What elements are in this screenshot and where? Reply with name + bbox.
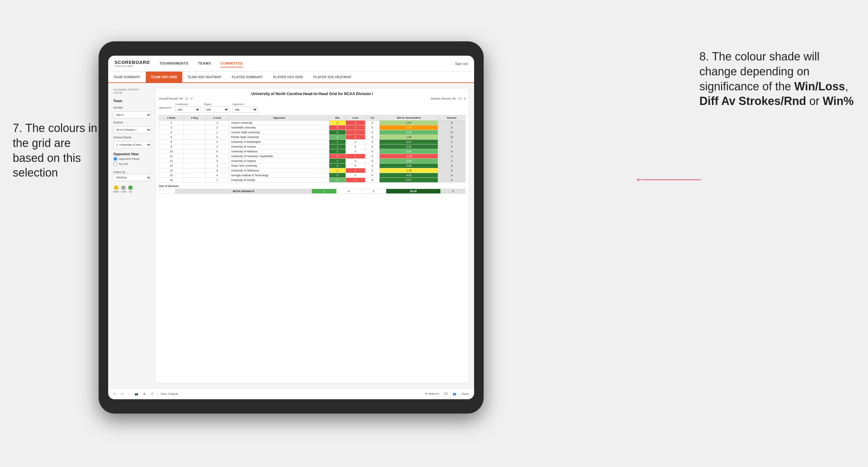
col-loss: Loss bbox=[346, 116, 365, 121]
watch-btn[interactable]: 👁 Watch ▾ bbox=[424, 392, 440, 396]
legend-up: Up bbox=[128, 185, 133, 193]
conference-filter: Conference (All) bbox=[175, 103, 200, 113]
col-win: Win bbox=[329, 116, 346, 121]
opponents-label: Opponents: bbox=[159, 106, 172, 109]
table-row: 12 3 University of Virginia 1 0 0 2.33 3 bbox=[159, 159, 465, 163]
opponent-view-radio-group: Opponents Played Top 100 bbox=[113, 157, 151, 166]
out-of-division-row: NCAA Division II 1 0 0 26.00 3 bbox=[159, 189, 465, 194]
col-conf: # Conf bbox=[205, 116, 229, 121]
overall-record: Overall Record: 89 - 17 - 0 bbox=[159, 97, 192, 100]
ood-win: 1 bbox=[312, 189, 337, 194]
right-arrow bbox=[637, 174, 701, 192]
conference-select[interactable]: (All) bbox=[175, 106, 200, 113]
opponent-view-label: Opponent View bbox=[113, 152, 151, 156]
col-tie: Tie bbox=[365, 116, 380, 121]
colour-by-label: Colour by bbox=[113, 170, 151, 174]
col-diff: Diff Av Strokes/Rnd bbox=[380, 116, 438, 121]
col-rank: # Rank bbox=[159, 116, 184, 121]
tab-player-h2h-heatmap[interactable]: PLAYER H2H HEATMAP bbox=[308, 71, 356, 83]
opponent-filter: Opponent (All) bbox=[232, 103, 258, 113]
legend-down: Down bbox=[113, 185, 119, 193]
tab-player-summary[interactable]: PLAYER SUMMARY bbox=[226, 71, 268, 83]
ood-loss: 0 bbox=[336, 189, 361, 194]
out-of-division-table: NCAA Division II 1 0 0 26.00 3 bbox=[159, 189, 465, 194]
col-rounds: Rounds bbox=[438, 116, 465, 121]
ood-diff: 26.00 bbox=[386, 189, 441, 194]
annotation-right: 8. The colour shade will change dependin… bbox=[700, 49, 855, 109]
gender-label: Gender bbox=[113, 106, 151, 109]
undo-btn[interactable]: ↩ bbox=[112, 392, 117, 396]
school-label: School (Rank) bbox=[113, 136, 151, 139]
table-row: 2 - 1 Auburn University 2 1 0 1.67 9 bbox=[159, 121, 465, 125]
school-group: School (Rank) 1. University of Nort... bbox=[113, 136, 151, 148]
collab-btn[interactable]: 👥 bbox=[452, 392, 458, 396]
radio-top100[interactable]: Top 100 bbox=[113, 162, 151, 166]
school-dropdown[interactable]: 1. University of Nort... bbox=[113, 141, 151, 148]
view-label: View: Original bbox=[160, 392, 178, 396]
grid-subtitle: Overall Record: 89 - 17 - 0 Division Rec… bbox=[159, 97, 465, 100]
opponent-filter-label: Opponent bbox=[232, 103, 258, 105]
table-row: 11 6 University of Arkansas, Fayettevill… bbox=[159, 154, 465, 159]
table-row: 8 2 University of Washington 1 0 0 3.67 … bbox=[159, 139, 465, 145]
division-dropdown[interactable]: NCAA Division I bbox=[113, 126, 151, 133]
gender-dropdown[interactable]: Men's bbox=[113, 111, 151, 118]
crop-btn[interactable]: ⊞ bbox=[142, 392, 147, 396]
team-label: Team bbox=[113, 99, 151, 103]
division-group: Division NCAA Division I bbox=[113, 121, 151, 133]
col-opponent: Opponent bbox=[229, 116, 329, 121]
table-row: 10 5 University of Alabama 3 0 0 2.61 8 bbox=[159, 149, 465, 154]
tab-team-h2h-grid[interactable]: TEAM H2H GRID bbox=[146, 71, 182, 83]
logo-sub: Powered by clippd bbox=[115, 65, 150, 67]
last-updated: Last Updated: 27/03/202416:55:38 bbox=[113, 88, 151, 94]
region-select[interactable]: (All) bbox=[204, 106, 229, 113]
out-of-division-header: Out of division bbox=[159, 183, 465, 189]
table-row: 9 1 University of Arizona 1 0 0 9.00 2 bbox=[159, 145, 465, 149]
down-dot bbox=[114, 185, 118, 190]
table-row: 4 - 1 Arizona State University 5 1 0 2.2… bbox=[159, 130, 465, 135]
level-dot bbox=[121, 185, 126, 190]
tab-team-h2h-heatmap[interactable]: TEAM H2H HEATMAP bbox=[182, 71, 226, 83]
up-dot bbox=[128, 185, 133, 190]
camera-btn[interactable]: 📷 bbox=[133, 392, 140, 396]
tablet-screen: SCOREBOARD Powered by clippd TOURNAMENTS… bbox=[108, 56, 474, 399]
nav-committee[interactable]: COMMITTEE bbox=[220, 60, 243, 67]
sub-nav: TEAM SUMMARY TEAM H2H GRID TEAM H2H HEAT… bbox=[108, 71, 474, 83]
redo-btn[interactable]: ↪ bbox=[120, 392, 125, 396]
colour-legend: Down Level Up bbox=[113, 185, 151, 193]
division-record: Division Record: 88 - 17 - 0 bbox=[431, 97, 465, 100]
colour-by-dropdown[interactable]: Win/loss bbox=[113, 174, 151, 181]
table-row: 15 4 Georgia Institute of Technology 5 0… bbox=[159, 173, 465, 178]
region-filter: Region (All) bbox=[204, 103, 229, 113]
nav-links: TOURNAMENTS TEAMS COMMITTEE bbox=[159, 60, 452, 67]
radio-opponents-played[interactable]: Opponents Played bbox=[113, 157, 151, 161]
sidebar: Last Updated: 27/03/202416:55:38 Team Ge… bbox=[113, 88, 151, 383]
table-row: 14 6 University of Oklahoma 2 1 0 -1.00 … bbox=[159, 168, 465, 173]
gender-group: Gender Men's bbox=[113, 106, 151, 118]
comment-btn[interactable]: 💬 bbox=[443, 392, 449, 396]
ood-tie: 0 bbox=[361, 189, 386, 194]
logo-area: SCOREBOARD Powered by clippd bbox=[115, 60, 150, 67]
grid-area: University of North Carolina Head-to-Hea… bbox=[155, 88, 469, 383]
up-label: Up bbox=[129, 191, 132, 193]
timer-btn[interactable]: ⏱ bbox=[150, 392, 155, 396]
grid-title: University of North Carolina Head-to-Hea… bbox=[159, 92, 465, 96]
sign-out-link[interactable]: Sign out bbox=[455, 62, 468, 65]
nav-teams[interactable]: TEAMS bbox=[198, 60, 211, 67]
prev-btn[interactable]: ‹ bbox=[127, 392, 131, 396]
table-row: 16 7 University of Florida 3 1 0 6.67 9 bbox=[159, 178, 465, 183]
tab-player-h2h-grid[interactable]: PLAYER H2H GRID bbox=[268, 71, 308, 83]
tab-team-summary[interactable]: TEAM SUMMARY bbox=[108, 71, 146, 83]
tablet-device: SCOREBOARD Powered by clippd TOURNAMENTS… bbox=[99, 41, 484, 413]
division-label: Division bbox=[113, 121, 151, 124]
table-row: 13 1 Texas Tech University 3 0 0 5.56 9 bbox=[159, 163, 465, 168]
nav-tournaments[interactable]: TOURNAMENTS bbox=[159, 60, 188, 67]
main-content: Last Updated: 27/03/202416:55:38 Team Ge… bbox=[108, 83, 474, 388]
ood-rounds: 3 bbox=[441, 189, 465, 194]
data-table: # Rank # Reg # Conf Opponent Win Loss Ti… bbox=[159, 115, 465, 183]
opponent-select[interactable]: (All) bbox=[232, 106, 258, 113]
share-btn[interactable]: Share bbox=[460, 392, 470, 396]
top-nav: SCOREBOARD Powered by clippd TOURNAMENTS… bbox=[108, 56, 474, 71]
table-row: 3 2 Vanderbilt University 0 4 0 -2.29 8 bbox=[159, 125, 465, 130]
col-reg: # Reg bbox=[184, 116, 205, 121]
ood-name: NCAA Division II bbox=[175, 189, 311, 194]
